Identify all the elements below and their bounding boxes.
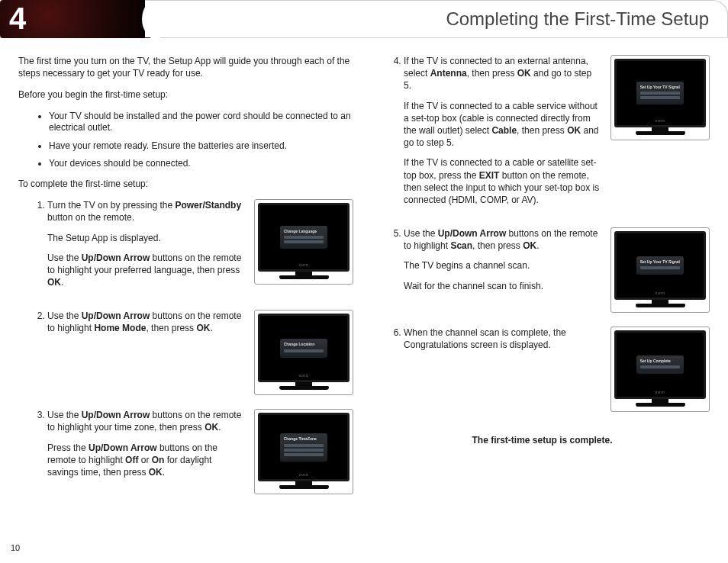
page-title: Completing the First-Time Setup	[145, 0, 728, 37]
page-content: The first time you turn on the TV, the S…	[0, 38, 728, 508]
step-2: Use the Up/Down Arrow buttons on the rem…	[47, 310, 353, 395]
step-5: Use the Up/Down Arrow buttons on the rem…	[404, 227, 710, 313]
intro-bullets: Your TV should be installed and the powe…	[18, 111, 353, 170]
intro-p1: The first time you turn on the TV, the S…	[18, 55, 353, 79]
intro-p2: Before you begin the first-time setup:	[18, 88, 353, 101]
bullet: Have your remote ready. Ensure the batte…	[49, 140, 353, 153]
steps-right: If the TV is connected to an external an…	[375, 55, 710, 412]
tv-screenshot-5: Set Up Your TV SignalVIZIO	[610, 227, 710, 313]
page-header: 4 Completing the First-Time Setup	[0, 0, 728, 38]
step-1: Turn the TV on by pressing the Power/Sta…	[47, 199, 353, 296]
bullet: Your TV should be installed and the powe…	[49, 111, 353, 134]
tv-screenshot-1: Change LanguageVIZIO	[254, 199, 353, 285]
tv-screenshot-6: Set Up CompleteVIZIO	[610, 327, 710, 412]
step-3: Use the Up/Down Arrow buttons on the rem…	[47, 409, 353, 494]
setup-complete-message: The first-time setup is complete.	[375, 435, 710, 446]
tv-screenshot-4: Set Up Your TV SignalVIZIO	[610, 55, 710, 140]
tv-screenshot-3: Change TimeZoneVIZIO	[254, 409, 353, 494]
step-4: If the TV is connected to an external an…	[404, 55, 710, 214]
left-column: The first time you turn on the TV, the S…	[18, 55, 353, 508]
page-number: 10	[11, 543, 20, 552]
intro-p3: To complete the first-time setup:	[18, 178, 353, 190]
chapter-number: 4	[0, 0, 160, 38]
tv-screenshot-2: Change LocationVIZIO	[254, 310, 353, 395]
steps-left: Turn the TV on by pressing the Power/Sta…	[18, 199, 353, 494]
right-column: If the TV is connected to an external an…	[375, 55, 710, 508]
bullet: Your devices should be connected.	[49, 158, 353, 170]
step-6: When the channel scan is complete, the C…	[404, 327, 710, 412]
